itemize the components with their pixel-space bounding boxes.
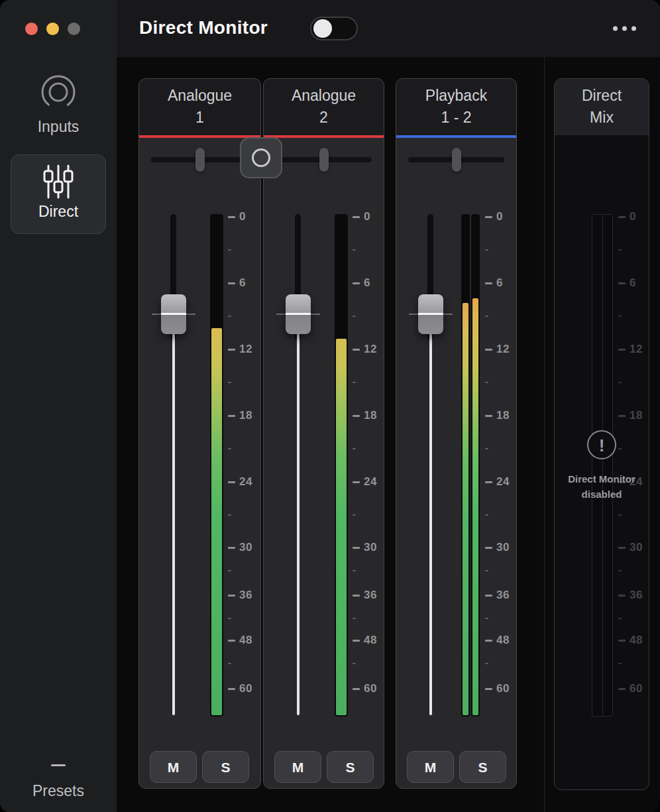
- channel-accent-bar: [264, 135, 384, 138]
- solo-button[interactable]: S: [327, 751, 374, 783]
- sidebar-item-label: Direct: [11, 203, 105, 221]
- sidebar-item-direct[interactable]: Direct: [11, 154, 106, 234]
- app-window: Inputs Direct Presets: [0, 0, 660, 812]
- fader-track-fill: [429, 314, 432, 715]
- panel-title: Mix: [555, 107, 649, 129]
- panel-title: Direct: [555, 85, 649, 107]
- disabled-message: ! Direct Monitor disabled: [555, 430, 649, 502]
- level-meter: [335, 214, 348, 717]
- channel-number: 1 - 2: [396, 107, 516, 129]
- fader-handle[interactable]: [418, 294, 443, 334]
- zoom-window-button[interactable]: [68, 23, 80, 35]
- window-controls: [25, 23, 80, 35]
- message-line: Direct Monitor: [555, 471, 649, 487]
- message-line: disabled: [555, 487, 649, 502]
- pan-handle[interactable]: [319, 148, 329, 172]
- channel-accent-bar: [139, 135, 260, 138]
- pan-slider[interactable]: [396, 148, 516, 172]
- channel-analogue-1: Analogue 1 0612182430364860: [138, 78, 261, 789]
- channel-header: Analogue 1: [139, 79, 260, 135]
- direct-mix-header: Direct Mix: [555, 79, 649, 135]
- sidebar-item-inputs[interactable]: Inputs: [0, 72, 117, 136]
- presets-icon: [51, 764, 66, 767]
- sidebar: Inputs Direct Presets: [0, 0, 117, 812]
- channel-number: 1: [139, 107, 260, 129]
- direct-mix-area: Direct Mix 0612182430364860 ! Direct Mon…: [545, 57, 660, 812]
- ellipsis-dot: [632, 27, 636, 31]
- channel-playback-1-2: Playback 1 - 2: [396, 78, 517, 789]
- fader-track-fill: [172, 314, 175, 715]
- mixer-faders-icon: [11, 163, 105, 200]
- minimize-window-button[interactable]: [46, 23, 59, 35]
- sidebar-item-label: Inputs: [0, 118, 117, 136]
- solo-button[interactable]: S: [202, 751, 249, 783]
- ellipsis-dot: [622, 27, 627, 31]
- sidebar-item-label: Presets: [0, 782, 117, 800]
- ellipsis-dot: [613, 27, 618, 31]
- fader-handle[interactable]: [286, 294, 311, 334]
- channel-name: Analogue: [139, 85, 260, 107]
- mute-button[interactable]: M: [407, 751, 454, 783]
- channel-analogue-2: Analogue 2 0612182430364860: [263, 78, 384, 789]
- pan-handle[interactable]: [195, 148, 205, 172]
- channel-accent-bar: [396, 135, 516, 138]
- level-meter-left: [461, 214, 470, 717]
- direct-mix-panel: Direct Mix 0612182430364860 ! Direct Mon…: [554, 78, 649, 790]
- close-window-button[interactable]: [25, 23, 38, 35]
- level-meter: [210, 214, 223, 717]
- channel-number: 2: [264, 107, 384, 129]
- more-options-button[interactable]: [613, 27, 636, 31]
- db-scale: 0612182430364860: [353, 214, 384, 717]
- title-bar: Direct Monitor: [117, 0, 660, 57]
- fader-track-fill: [297, 314, 300, 715]
- channel-header: Playback 1 - 2: [396, 79, 516, 135]
- fader-handle[interactable]: [161, 294, 186, 334]
- channel-name: Playback: [396, 85, 516, 107]
- alert-icon: !: [587, 430, 616, 459]
- db-scale: 0612182430364860: [228, 214, 260, 717]
- pan-handle[interactable]: [452, 148, 461, 172]
- toggle-knob: [313, 19, 332, 38]
- inputs-icon: [0, 72, 117, 113]
- mute-button[interactable]: M: [150, 751, 197, 783]
- level-meter-right: [471, 214, 480, 717]
- db-scale: 0612182430364860: [485, 214, 517, 717]
- page-title: Direct Monitor: [139, 17, 268, 38]
- channel-name: Analogue: [264, 85, 384, 107]
- mixer-area: Analogue 1 0612182430364860: [117, 57, 545, 812]
- solo-button[interactable]: S: [459, 751, 506, 783]
- direct-monitor-toggle[interactable]: [310, 17, 358, 40]
- unlinked-circle-icon: [252, 148, 270, 167]
- mute-button[interactable]: M: [274, 751, 321, 783]
- sidebar-item-presets[interactable]: Presets: [0, 764, 117, 801]
- channel-header: Analogue 2: [264, 79, 384, 135]
- stereo-link-button[interactable]: [240, 137, 282, 178]
